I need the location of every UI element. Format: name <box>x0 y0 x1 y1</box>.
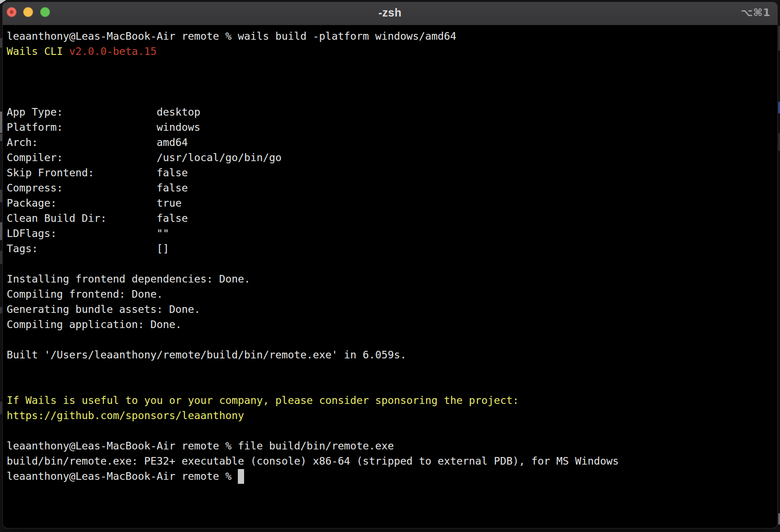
terminal-text: Platform: windows <box>7 121 200 133</box>
terminal-text: Skip Frontend: false <box>7 166 188 179</box>
terminal-line <box>7 423 777 438</box>
terminal-text: Tags: [] <box>7 242 169 254</box>
terminal-line: Compiling application: Done. <box>7 317 777 332</box>
minimize-button[interactable] <box>23 7 33 17</box>
background-window-fragment <box>0 251 2 264</box>
terminal-line <box>7 378 777 393</box>
terminal-output[interactable]: leaanthony@Leas-MacBook-Air remote % wai… <box>3 25 777 484</box>
terminal-line <box>7 74 777 89</box>
terminal-line: Package: true <box>7 195 777 211</box>
terminal-text: Built '/Users/leaanthony/remote/build/bi… <box>7 349 407 361</box>
terminal-line: https://github.com/sponsors/leaanthony <box>7 408 777 423</box>
terminal-text: Package: true <box>7 197 182 209</box>
terminal-text: Clean Build Dir: false <box>7 212 188 224</box>
terminal-line: Platform: windows <box>7 120 777 135</box>
zoom-button[interactable] <box>40 7 50 17</box>
terminal-line: Compiler: /usr/local/go/bin/go <box>7 150 777 165</box>
terminal-text: leaanthony@Leas-MacBook-Air remote % wai… <box>7 30 456 42</box>
background-window-fragment <box>0 402 2 414</box>
terminal-line: Compress: false <box>7 180 777 195</box>
terminal-line: Compiling frontend: Done. <box>7 287 777 302</box>
terminal-line: leaanthony@Leas-MacBook-Air remote % wai… <box>7 29 777 44</box>
window-title: -zsh <box>56 6 724 19</box>
terminal-text: Arch: amd64 <box>7 136 188 148</box>
close-button[interactable] <box>7 7 17 17</box>
terminal-text: App Type: desktop <box>7 106 200 118</box>
background-window-fragment <box>0 134 2 141</box>
terminal-line: Skip Frontend: false <box>7 165 777 180</box>
terminal-line: If Wails is useful to you or your compan… <box>7 393 777 408</box>
terminal-text: Compiling application: Done. <box>7 318 182 330</box>
terminal-text: Compiling frontend: Done. <box>7 288 163 300</box>
terminal-text: If Wails is useful to you or your compan… <box>7 394 519 406</box>
background-window-fragment <box>0 190 2 202</box>
terminal-line <box>7 89 777 104</box>
background-window-fragment <box>0 222 2 240</box>
terminal-line: Built '/Users/leaanthony/remote/build/bi… <box>7 347 777 362</box>
terminal-line: App Type: desktop <box>7 104 777 120</box>
terminal-line: leaanthony@Leas-MacBook-Air remote % <box>7 469 777 484</box>
terminal-line: LDFlags: "" <box>7 226 777 241</box>
terminal-text: LDFlags: "" <box>7 227 169 239</box>
terminal-line <box>7 362 777 378</box>
terminal-text: build/bin/remote.exe: PE32+ executable (… <box>7 455 619 467</box>
background-window-fragment <box>778 133 780 151</box>
terminal-window: -zsh ⌥⌘1 leaanthony@Leas-MacBook-Air rem… <box>3 2 777 528</box>
terminal-line <box>7 332 777 347</box>
titlebar[interactable]: -zsh ⌥⌘1 <box>3 2 777 25</box>
keyboard-shortcut-badge: ⌥⌘1 <box>741 7 771 18</box>
unsaved-indicator-dot <box>10 10 13 14</box>
terminal-line: Arch: amd64 <box>7 135 777 150</box>
background-window-fragment <box>778 513 780 524</box>
terminal-text: leaanthony@Leas-MacBook-Air remote % <box>7 470 238 482</box>
terminal-line: Wails CLI v2.0.0-beta.15 <box>7 44 777 59</box>
background-window-fragment <box>0 38 2 48</box>
terminal-text: leaanthony@Leas-MacBook-Air remote % fil… <box>7 440 394 452</box>
terminal-text: Compiler: /usr/local/go/bin/go <box>7 151 282 163</box>
terminal-cursor <box>238 469 244 484</box>
background-window-fragment <box>0 307 2 313</box>
terminal-text: Wails CLI <box>7 45 69 57</box>
terminal-line: Clean Build Dir: false <box>7 211 777 226</box>
terminal-line: Tags: [] <box>7 241 777 256</box>
terminal-line <box>7 59 777 74</box>
terminal-text: Compress: false <box>7 182 188 194</box>
background-window-fragment <box>0 112 2 133</box>
terminal-line: Generating bundle assets: Done. <box>7 302 777 317</box>
background-window-fragment <box>778 102 780 113</box>
terminal-text: Generating bundle assets: Done. <box>7 303 200 315</box>
terminal-text: Installing frontend dependencies: Done. <box>7 273 250 285</box>
background-window-fragment <box>778 26 780 50</box>
terminal-text: https://github.com/sponsors/leaanthony <box>7 409 244 421</box>
terminal-line: build/bin/remote.exe: PE32+ executable (… <box>7 453 777 469</box>
terminal-line <box>7 256 777 271</box>
terminal-line: leaanthony@Leas-MacBook-Air remote % fil… <box>7 438 777 453</box>
terminal-text: v2.0.0-beta.15 <box>69 45 157 57</box>
terminal-line: Installing frontend dependencies: Done. <box>7 271 777 287</box>
